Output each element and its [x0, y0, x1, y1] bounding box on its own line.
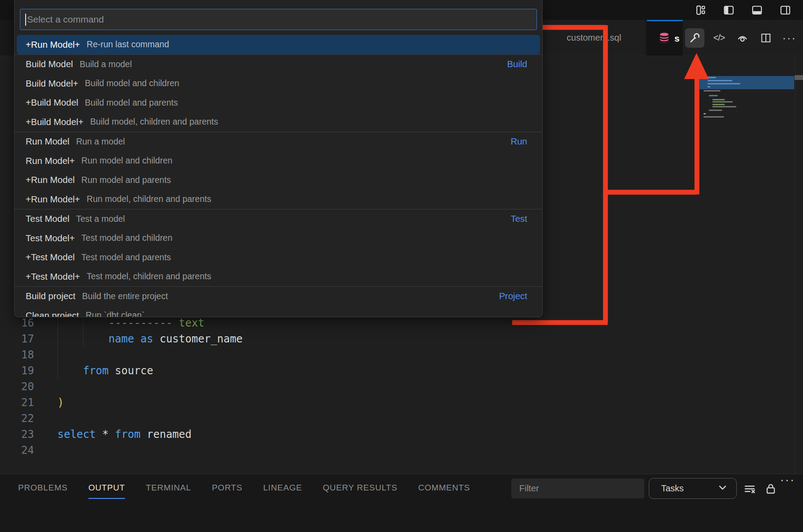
palette-list: +Run Model+Re-run last commandBuild Mode…: [15, 35, 542, 317]
command-input[interactable]: Select a command: [20, 9, 537, 30]
code-text: from source: [57, 363, 153, 379]
tab-label: s: [674, 33, 680, 44]
code-view: 16 ---------- text17 name as customer_na…: [0, 315, 663, 458]
line-number: 20: [0, 379, 34, 395]
minimap-line: [712, 104, 725, 105]
code-line[interactable]: 16 ---------- text: [0, 315, 663, 331]
chevron-down-icon: [717, 482, 728, 495]
code-line[interactable]: 24: [0, 442, 663, 458]
more-icon[interactable]: ···: [780, 478, 795, 486]
palette-item[interactable]: Test Model+Test model and children: [17, 228, 540, 248]
minimap-line: [712, 99, 725, 100]
filter-placeholder: Filter: [519, 483, 539, 494]
panel-tab-lineage[interactable]: LINEAGE: [263, 474, 302, 502]
palette-item[interactable]: +Run ModelRun model and parents: [17, 171, 540, 190]
palette-item-label: Build project: [26, 291, 76, 301]
code-line[interactable]: 21): [0, 395, 663, 410]
clear-output-icon[interactable]: [743, 482, 757, 498]
panel-tab-problems[interactable]: PROBLEMS: [18, 474, 68, 502]
scrollbar-track: [795, 56, 795, 474]
code-line[interactable]: 18: [0, 347, 663, 363]
palette-item-description: Test model and children: [81, 233, 172, 243]
palette-item[interactable]: +Test Model+Test model, children and par…: [17, 267, 540, 286]
minimap-line: [708, 83, 740, 84]
tasks-label: Tasks: [661, 483, 684, 494]
panel-tab-terminal[interactable]: TERMINAL: [146, 474, 191, 502]
palette-item-description: Run model, children and parents: [87, 194, 211, 204]
minimap-line: [708, 86, 710, 87]
palette-item-action-link[interactable]: Run: [510, 136, 527, 147]
panel-tab-comments[interactable]: COMMENTS: [418, 474, 470, 502]
lock-icon[interactable]: [764, 482, 777, 497]
palette-item-label: Run Model: [26, 136, 69, 147]
code-icon[interactable]: </>: [710, 29, 728, 47]
minimap-line: [704, 90, 720, 91]
editor-actions-toolbar: </> ···: [683, 20, 803, 56]
indent-guide: [57, 316, 58, 379]
code-text: select * from renamed: [57, 426, 191, 442]
minimap-line: [712, 106, 736, 107]
bottom-panel: PROBLEMSOUTPUTTERMINALPORTSLINEAGEQUERY …: [0, 474, 803, 532]
preview-icon[interactable]: [734, 29, 751, 47]
filter-input[interactable]: Filter: [511, 479, 644, 498]
more-actions-icon[interactable]: ···: [780, 29, 798, 47]
customize-layout-icon[interactable]: [692, 1, 709, 19]
line-number: 23: [0, 426, 34, 442]
code-line[interactable]: 17 name as customer_name: [0, 331, 663, 347]
palette-item[interactable]: Build projectBuild the entire projectPro…: [17, 287, 540, 306]
code-line[interactable]: 23select * from renamed: [0, 426, 663, 442]
palette-item[interactable]: +Build ModelBuild model and parents: [17, 93, 540, 113]
palette-item-label: +Build Model: [26, 97, 78, 108]
code-line[interactable]: 20: [0, 379, 663, 395]
palette-item-label: +Run Model+: [26, 39, 80, 50]
code-line[interactable]: 22: [0, 410, 663, 426]
minimap-line: [708, 77, 716, 78]
panel-tab-ports[interactable]: PORTS: [212, 474, 242, 502]
line-number: 17: [0, 331, 34, 347]
palette-item-label: Build Model: [26, 59, 73, 69]
palette-item[interactable]: +Run Model+Run model, children and paren…: [17, 190, 540, 209]
line-number: 21: [0, 395, 34, 410]
wrench-icon[interactable]: [685, 28, 704, 48]
palette-item[interactable]: +Test ModelTest model and parents: [17, 248, 540, 267]
palette-item-label: +Run Model: [26, 175, 75, 185]
palette-item-label: Clean project: [26, 310, 79, 317]
palette-item-description: Run model and children: [81, 156, 172, 166]
palette-item[interactable]: Build Model+Build model and children: [17, 74, 540, 93]
minimap-line: [709, 110, 722, 111]
palette-item-description: Build model and children: [85, 78, 179, 88]
minimap-slider[interactable]: [795, 75, 803, 80]
split-editor-icon[interactable]: [757, 29, 775, 47]
minimap-line: [712, 101, 733, 103]
panel-tabs: PROBLEMSOUTPUTTERMINALPORTSLINEAGEQUERY …: [18, 474, 470, 502]
toggle-panel-icon[interactable]: [748, 1, 766, 19]
code-text: ): [57, 395, 64, 410]
panel-tab-query-results[interactable]: QUERY RESULTS: [323, 474, 397, 502]
palette-item-action-link[interactable]: Project: [499, 291, 527, 301]
minimap[interactable]: [700, 74, 794, 132]
palette-item[interactable]: Run ModelRun a modelRun: [17, 132, 540, 152]
palette-item-action-link[interactable]: Test: [510, 213, 527, 224]
palette-item[interactable]: +Build Model+Build model, children and p…: [17, 112, 540, 132]
palette-item[interactable]: +Run Model+Re-run last command: [17, 35, 540, 54]
palette-item-label: +Build Model+: [26, 117, 84, 127]
palette-item-action-link[interactable]: Build: [507, 59, 527, 69]
tab-customers-sql[interactable]: customers.sql: [543, 20, 645, 56]
palette-item-description: Build a model: [80, 59, 132, 69]
palette-item[interactable]: Build ModelBuild a modelBuild: [17, 55, 540, 74]
code-text: ---------- text: [57, 315, 204, 331]
code-line[interactable]: 19 from source: [0, 363, 663, 379]
palette-item-label: Test Model: [26, 213, 69, 224]
palette-item[interactable]: Clean projectRun `dbt clean`: [17, 306, 540, 317]
palette-item-label: Build Model+: [26, 78, 78, 89]
palette-item[interactable]: Run Model+Run model and children: [17, 151, 540, 171]
tasks-dropdown[interactable]: Tasks: [649, 478, 737, 499]
minimap-line: [704, 116, 724, 118]
panel-tab-output[interactable]: OUTPUT: [88, 474, 125, 502]
palette-item[interactable]: Test ModelTest a modelTest: [17, 209, 540, 229]
toggle-sidebar-right-icon[interactable]: [776, 1, 794, 19]
palette-item-label: +Test Model+: [26, 271, 80, 282]
tab-active-schema[interactable]: s: [647, 20, 683, 56]
toggle-sidebar-left-icon[interactable]: [720, 1, 738, 19]
command-input-placeholder: Select a command: [27, 14, 104, 25]
